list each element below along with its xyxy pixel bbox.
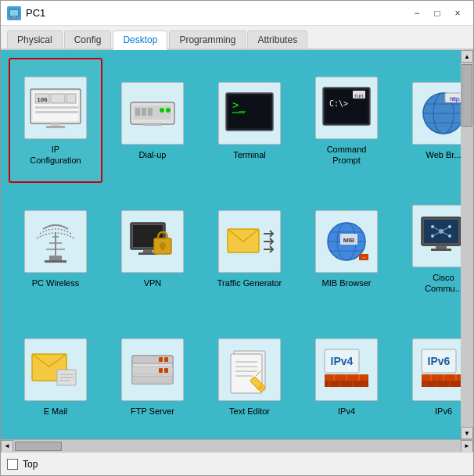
desktop-item-ip-config[interactable]: 106 IPConfiguration: [9, 58, 102, 183]
window-controls: − □ ×: [408, 5, 467, 21]
web-icon: http:: [412, 82, 461, 145]
scroll-up-button[interactable]: ▲: [461, 50, 473, 63]
dialup-icon: [121, 82, 184, 145]
desktop-item-ipv6[interactable]: IPv6 IPv6: [397, 314, 461, 439]
svg-rect-8: [66, 94, 76, 103]
svg-rect-50: [161, 245, 164, 250]
svg-rect-16: [135, 108, 140, 116]
ip-config-label: IPConfiguration: [30, 144, 81, 166]
svg-rect-43: [45, 260, 66, 263]
terminal-label: Terminal: [233, 149, 266, 160]
traffic-icon: [218, 210, 281, 273]
desktop-item-ipv4[interactable]: IPv4 IPv4: [300, 314, 393, 439]
svg-rect-85: [132, 376, 173, 384]
desktop-item-mib[interactable]: MIB → MIB Browser: [300, 186, 393, 311]
tab-desktop[interactable]: Desktop: [113, 30, 167, 50]
svg-rect-1: [10, 10, 18, 16]
desktop-item-ftp[interactable]: FTP Server: [106, 314, 199, 439]
svg-text:IPv4: IPv4: [331, 355, 354, 367]
tab-attributes[interactable]: Attributes: [247, 30, 307, 48]
svg-text:http:: http:: [450, 96, 461, 102]
maximize-button[interactable]: □: [428, 5, 447, 21]
wireless-label: PC Wireless: [32, 277, 80, 288]
scroll-track: [13, 442, 461, 451]
svg-rect-11: [35, 111, 78, 113]
desktop-item-wireless[interactable]: PC Wireless: [9, 186, 102, 311]
vertical-scrollbar[interactable]: ▲ ▼: [461, 50, 473, 439]
desktop-item-vpn[interactable]: VPN: [106, 186, 199, 311]
desktop-grid: 106 IPConfiguration: [1, 50, 461, 439]
mib-label: MIB Browser: [322, 277, 372, 288]
svg-rect-87: [164, 357, 168, 362]
traffic-label: Traffic Generator: [217, 277, 282, 288]
svg-point-73: [431, 225, 434, 228]
ipv6-label: IPv6: [435, 406, 452, 417]
svg-rect-89: [164, 368, 168, 373]
svg-text:>_: >_: [232, 98, 246, 112]
tab-config[interactable]: Config: [64, 30, 112, 48]
h-scroll-thumb[interactable]: [15, 442, 62, 451]
desktop-item-web[interactable]: http: Web Br...: [397, 58, 461, 183]
scroll-down-button[interactable]: ▼: [461, 427, 473, 439]
svg-text:106: 106: [37, 96, 48, 103]
svg-rect-67: [431, 249, 451, 251]
desktop-item-terminal[interactable]: >_ Terminal: [203, 58, 296, 183]
svg-rect-10: [35, 106, 78, 109]
svg-rect-102: [325, 381, 368, 387]
svg-point-74: [448, 225, 451, 228]
scroll-right-button[interactable]: ►: [461, 440, 473, 453]
svg-point-20: [166, 108, 171, 113]
desktop-item-cmd[interactable]: run C:\> CommandPrompt: [300, 58, 393, 183]
tab-bar: Physical Config Desktop Programming Attr…: [1, 26, 473, 50]
scroll-left-button[interactable]: ◄: [1, 440, 13, 453]
cisco-label: CiscoCommu...: [425, 272, 461, 295]
vpn-label: VPN: [144, 277, 162, 288]
notepad-label: Text Editor: [229, 406, 270, 417]
svg-rect-86: [159, 357, 163, 362]
svg-text:IPv6: IPv6: [428, 355, 451, 367]
ipv4-label: IPv4: [338, 406, 355, 417]
close-button[interactable]: ×: [448, 5, 467, 21]
terminal-icon: >_: [218, 82, 281, 145]
svg-rect-3: [11, 17, 17, 18]
desktop-item-email[interactable]: E Mail: [9, 314, 102, 439]
tab-programming[interactable]: Programming: [169, 30, 246, 48]
svg-rect-42: [49, 256, 62, 260]
title-bar: PC1 − □ ×: [1, 1, 473, 26]
ipv4-icon: IPv4: [315, 338, 378, 401]
svg-point-75: [431, 234, 434, 238]
vpn-icon: [121, 210, 184, 273]
svg-point-76: [448, 234, 451, 238]
scroll-thumb[interactable]: [461, 64, 472, 127]
minimize-button[interactable]: −: [408, 5, 426, 21]
desktop-item-traffic[interactable]: Traffic Generator: [203, 186, 296, 311]
window-title: PC1: [26, 7, 408, 19]
top-checkbox[interactable]: [7, 459, 18, 470]
horizontal-scrollbar[interactable]: ◄ ►: [1, 439, 473, 452]
desktop-item-notepad[interactable]: Text Editor: [203, 314, 296, 439]
mib-icon: MIB →: [315, 210, 378, 273]
svg-text:run: run: [354, 92, 364, 99]
cisco-icon: [412, 205, 461, 267]
content-area: 106 IPConfiguration: [1, 50, 473, 439]
footer-bar: Top: [1, 452, 473, 475]
svg-rect-7: [51, 94, 65, 103]
wireless-icon: [24, 210, 87, 273]
svg-rect-113: [422, 381, 461, 387]
svg-rect-17: [142, 108, 146, 116]
svg-text:C:\>: C:\>: [329, 99, 348, 108]
svg-rect-18: [148, 108, 153, 116]
ip-config-icon: 106: [24, 77, 87, 139]
ipv6-icon: IPv6: [412, 338, 461, 401]
main-window: PC1 − □ × Physical Config Desktop Progra…: [0, 0, 474, 476]
svg-rect-88: [159, 368, 163, 373]
desktop-item-cisco[interactable]: CiscoCommu...: [397, 186, 461, 311]
svg-rect-25: [232, 112, 245, 113]
svg-text:→: →: [361, 255, 367, 260]
svg-text:MIB: MIB: [343, 237, 355, 244]
tab-physical[interactable]: Physical: [7, 30, 63, 48]
desktop-item-dialup[interactable]: Dial-up: [106, 58, 199, 183]
svg-rect-21: [143, 123, 162, 126]
svg-point-19: [160, 108, 164, 113]
notepad-icon: [218, 338, 281, 401]
